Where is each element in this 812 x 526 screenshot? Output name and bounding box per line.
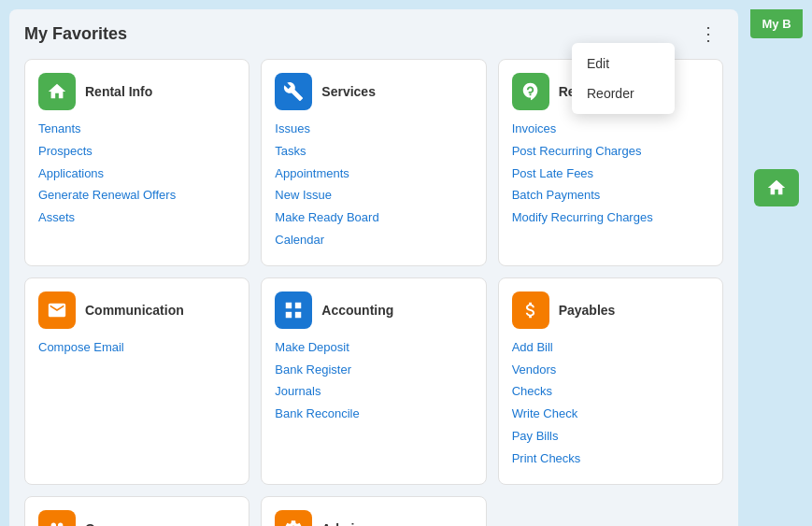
rental-info-link-4[interactable]: Assets bbox=[38, 208, 235, 228]
card-owners: OwnersOwnersPay OwnersPost Management Fe… bbox=[24, 496, 249, 526]
context-menu-edit[interactable]: Edit bbox=[572, 49, 675, 78]
rental-info-link-2[interactable]: Applications bbox=[38, 164, 235, 184]
communication-icon bbox=[38, 291, 76, 329]
svg-rect-0 bbox=[286, 303, 292, 308]
payables-link-1[interactable]: Vendors bbox=[512, 361, 709, 380]
card-payables: PayablesAdd BillVendorsChecksWrite Check… bbox=[498, 277, 723, 485]
services-link-3[interactable]: New Issue bbox=[275, 186, 472, 206]
rental-info-link-1[interactable]: Prospects bbox=[38, 142, 235, 162]
rental-info-link-0[interactable]: Tenants bbox=[38, 120, 235, 139]
right-tab[interactable]: My B bbox=[750, 9, 803, 38]
right-icon-box bbox=[754, 169, 799, 206]
card-accounting: AccountingMake DepositBank RegisterJourn… bbox=[261, 277, 486, 485]
owners-title: Owners bbox=[85, 521, 133, 526]
receivables-link-0[interactable]: Invoices bbox=[512, 120, 709, 139]
rental-info-link-3[interactable]: Generate Renewal Offers bbox=[38, 186, 235, 206]
payables-title: Payables bbox=[559, 303, 616, 318]
favorites-grid: Rental InfoTenantsProspectsApplicationsG… bbox=[24, 59, 723, 526]
admin-icon bbox=[275, 510, 312, 526]
receivables-link-2[interactable]: Post Late Fees bbox=[512, 164, 709, 184]
receivables-link-4[interactable]: Modify Recurring Charges bbox=[512, 208, 709, 228]
payables-icon bbox=[512, 291, 549, 329]
context-menu-reorder[interactable]: Reorder bbox=[572, 78, 675, 108]
accounting-link-3[interactable]: Bank Reconcile bbox=[275, 405, 472, 424]
services-link-0[interactable]: Issues bbox=[275, 120, 472, 139]
three-dots-button[interactable]: ⋮ bbox=[693, 21, 723, 47]
svg-rect-3 bbox=[286, 312, 292, 318]
services-link-1[interactable]: Tasks bbox=[275, 142, 472, 162]
services-link-2[interactable]: Appointments bbox=[275, 164, 472, 184]
services-link-5[interactable]: Calendar bbox=[275, 231, 472, 250]
page-title: My Favorites bbox=[24, 24, 127, 44]
payables-link-2[interactable]: Checks bbox=[512, 382, 709, 402]
receivables-link-1[interactable]: Post Recurring Charges bbox=[512, 142, 709, 162]
services-icon bbox=[275, 73, 312, 110]
rental-info-icon bbox=[38, 73, 76, 110]
payables-link-4[interactable]: Pay Bills bbox=[512, 427, 709, 447]
payables-link-0[interactable]: Add Bill bbox=[512, 338, 709, 358]
card-rental-info: Rental InfoTenantsProspectsApplicationsG… bbox=[24, 59, 249, 266]
communication-title: Communication bbox=[85, 303, 184, 318]
card-admin: AdminUsers bbox=[261, 496, 486, 526]
admin-title: Admin bbox=[321, 521, 363, 526]
card-services: ServicesIssuesTasksAppointmentsNew Issue… bbox=[261, 59, 486, 266]
accounting-link-2[interactable]: Journals bbox=[275, 382, 472, 402]
accounting-title: Accounting bbox=[321, 303, 393, 318]
communication-link-0[interactable]: Compose Email bbox=[38, 338, 235, 358]
context-menu: Edit Reorder bbox=[572, 43, 675, 114]
payables-link-5[interactable]: Print Checks bbox=[512, 449, 709, 469]
receivables-icon bbox=[512, 73, 549, 110]
receivables-link-3[interactable]: Batch Payments bbox=[512, 186, 709, 206]
owners-icon bbox=[38, 510, 76, 526]
right-sidebar: My B bbox=[741, 0, 812, 526]
accounting-link-0[interactable]: Make Deposit bbox=[275, 338, 472, 358]
main-panel: My Favorites ⋮ Edit Reorder Rental InfoT… bbox=[9, 9, 738, 526]
svg-rect-1 bbox=[295, 303, 301, 308]
payables-link-3[interactable]: Write Check bbox=[512, 405, 709, 424]
services-title: Services bbox=[321, 84, 376, 99]
rental-info-title: Rental Info bbox=[85, 84, 152, 99]
services-link-4[interactable]: Make Ready Board bbox=[275, 208, 472, 228]
accounting-link-1[interactable]: Bank Register bbox=[275, 361, 472, 380]
accounting-icon bbox=[275, 291, 312, 329]
svg-rect-2 bbox=[295, 312, 301, 318]
card-communication: CommunicationCompose Email bbox=[24, 277, 249, 485]
